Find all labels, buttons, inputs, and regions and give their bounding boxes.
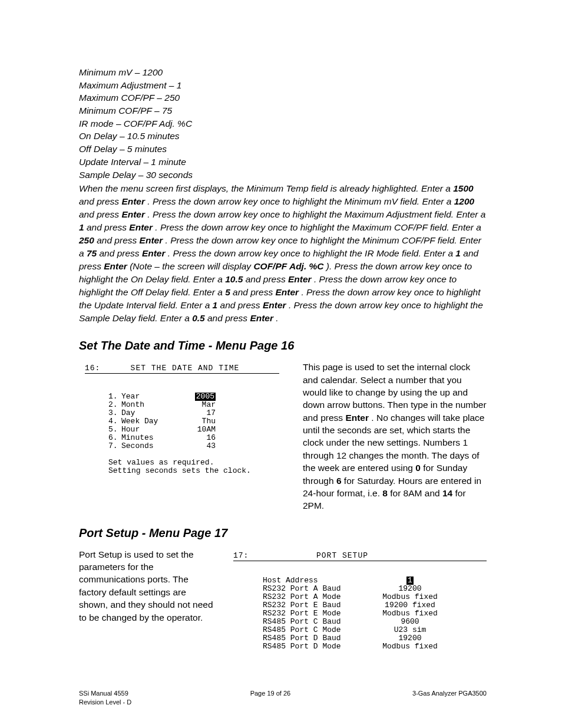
text: . Press the down arrow key once to highl… bbox=[147, 209, 485, 219]
row-value: Modbus fixed bbox=[375, 593, 445, 601]
text: and press bbox=[207, 313, 250, 323]
row-label: RS232 Port E Mode bbox=[263, 610, 375, 618]
row-label: RS485 Port D Mode bbox=[263, 643, 375, 651]
row-value: Modbus fixed bbox=[375, 643, 445, 651]
screen-row: Host Address 1 bbox=[263, 577, 487, 585]
screen-footer: Set values as required. Setting seconds … bbox=[85, 459, 279, 475]
enter-key: Enter bbox=[104, 261, 127, 271]
date-time-row: 16: SET THE DATE AND TIME 1.Year20052.Mo… bbox=[79, 361, 487, 512]
screen-number: 17: bbox=[233, 552, 269, 560]
text: and press bbox=[79, 209, 121, 219]
setting-line: Maximum Adjustment – 1 bbox=[79, 79, 487, 92]
setting-line: Minimum COF/PF – 75 bbox=[79, 104, 487, 117]
date-time-description: This page is used to set the internal cl… bbox=[303, 361, 487, 512]
row-number: 5. bbox=[108, 426, 121, 434]
row-label: RS232 Port A Baud bbox=[263, 585, 375, 593]
text: When the menu screen first displays, the… bbox=[79, 183, 453, 193]
row-value: 19200 bbox=[375, 634, 445, 643]
value: 1 bbox=[213, 300, 218, 310]
row-label: Minutes bbox=[121, 434, 183, 442]
row-value: 1 bbox=[375, 577, 445, 585]
port-setup-screen: 17: PORT SETUP Host Address 1 RS232 Port… bbox=[233, 548, 487, 651]
row-label: Month bbox=[121, 401, 183, 409]
setting-line: On Delay – 10.5 minutes bbox=[79, 130, 487, 143]
enter-key: Enter bbox=[142, 248, 166, 258]
screen-foot-line: Setting seconds sets the clock. bbox=[108, 467, 279, 475]
row-label: Year bbox=[121, 393, 183, 401]
row-label: Day bbox=[121, 409, 183, 417]
row-label: Seconds bbox=[121, 442, 183, 450]
text: and press bbox=[87, 222, 129, 232]
row-value: U23 sim bbox=[375, 626, 445, 634]
setting-line: IR mode – COF/PF Adj. %C bbox=[79, 117, 487, 130]
screen-row: RS232 Port A Baud19200 bbox=[263, 585, 487, 593]
screen-row: 5.Hour10AM bbox=[108, 426, 279, 434]
screen-caption: PORT SETUP bbox=[269, 552, 487, 560]
value: 0.5 bbox=[192, 313, 205, 323]
value: 1 bbox=[79, 222, 84, 232]
value: COF/PF Adj. %C bbox=[253, 261, 323, 271]
row-number: 1. bbox=[108, 393, 121, 401]
date-time-screen: 16: SET THE DATE AND TIME 1.Year20052.Mo… bbox=[79, 361, 285, 481]
page: Minimum mV – 1200Maximum Adjustment – 1M… bbox=[0, 0, 562, 728]
screen-row: 2.MonthMar bbox=[108, 401, 279, 409]
enter-key: Enter bbox=[121, 209, 145, 219]
screen-title: 16: SET THE DATE AND TIME bbox=[85, 364, 279, 374]
screen-row: RS232 Port E ModeModbus fixed bbox=[263, 610, 487, 618]
row-value: 9600 bbox=[375, 618, 445, 626]
screen-row: RS232 Port E Baud19200 fixed bbox=[263, 601, 487, 610]
value: 1200 bbox=[454, 196, 474, 206]
enter-key: Enter bbox=[140, 235, 163, 245]
enter-key: Enter bbox=[263, 300, 286, 310]
screen-foot-line: Set values as required. bbox=[108, 459, 279, 467]
enter-key: Enter bbox=[129, 222, 153, 232]
setting-line: Maximum COF/PF – 250 bbox=[79, 91, 487, 104]
text: and press bbox=[100, 248, 142, 258]
screen-body: 1.Year20052.MonthMar3.Day174.Week DayThu… bbox=[85, 393, 279, 450]
text: (Note – the screen will display bbox=[130, 261, 253, 271]
row-value: 43 bbox=[183, 442, 216, 450]
row-label: RS232 Port E Baud bbox=[263, 601, 375, 610]
setting-line: Off Delay – 5 minutes bbox=[79, 143, 487, 156]
row-label: RS485 Port D Baud bbox=[263, 634, 375, 643]
bold: 8 bbox=[382, 488, 388, 498]
screen-number: 16: bbox=[85, 364, 114, 373]
screen-row: 7.Seconds43 bbox=[108, 442, 279, 450]
row-label: Hour bbox=[121, 426, 183, 434]
section-heading-port-setup: Port Setup - Menu Page 17 bbox=[79, 526, 487, 540]
value: 10.5 bbox=[225, 274, 243, 284]
row-value: 10AM bbox=[183, 426, 216, 434]
footer-product: 3-Gas Analyzer PGA3500 bbox=[412, 689, 487, 698]
settings-list: Minimum mV – 1200Maximum Adjustment – 1M… bbox=[79, 66, 487, 181]
row-label: RS232 Port A Mode bbox=[263, 593, 375, 601]
enter-key: Enter bbox=[121, 196, 145, 206]
screen-row: RS485 Port C Baud9600 bbox=[263, 618, 487, 626]
screen-caption: SET THE DATE AND TIME bbox=[114, 364, 279, 373]
enter-key: Enter bbox=[288, 274, 312, 284]
screen-title: 17: PORT SETUP bbox=[233, 552, 487, 561]
value: 250 bbox=[79, 235, 94, 245]
row-value: 16 bbox=[183, 434, 216, 442]
text: and press bbox=[246, 274, 288, 284]
text: and press bbox=[97, 235, 139, 245]
row-number: 6. bbox=[108, 434, 121, 442]
value: 1 bbox=[455, 248, 461, 258]
instructions-paragraph: When the menu screen first displays, the… bbox=[79, 182, 487, 325]
row-label: RS485 Port C Baud bbox=[263, 618, 375, 626]
screen-row: 3.Day17 bbox=[108, 409, 279, 417]
bold: 6 bbox=[336, 476, 342, 486]
row-number: 7. bbox=[108, 442, 121, 450]
port-setup-description: Port Setup is used to set the parameters… bbox=[79, 548, 216, 624]
row-value: 19200 bbox=[375, 585, 445, 593]
bold: Enter bbox=[345, 413, 369, 423]
text: and press bbox=[220, 300, 263, 310]
value: 75 bbox=[87, 248, 97, 258]
setting-line: Sample Delay – 30 seconds bbox=[79, 169, 487, 182]
text: . Press the down arrow key once to highl… bbox=[155, 222, 481, 232]
enter-key: Enter bbox=[275, 287, 299, 297]
screen-row: RS485 Port C ModeU23 sim bbox=[263, 626, 487, 634]
row-value: 2005 bbox=[183, 393, 216, 401]
port-setup-row: Port Setup is used to set the parameters… bbox=[79, 548, 487, 651]
value: 1500 bbox=[453, 183, 473, 193]
bold: 14 bbox=[442, 488, 452, 498]
